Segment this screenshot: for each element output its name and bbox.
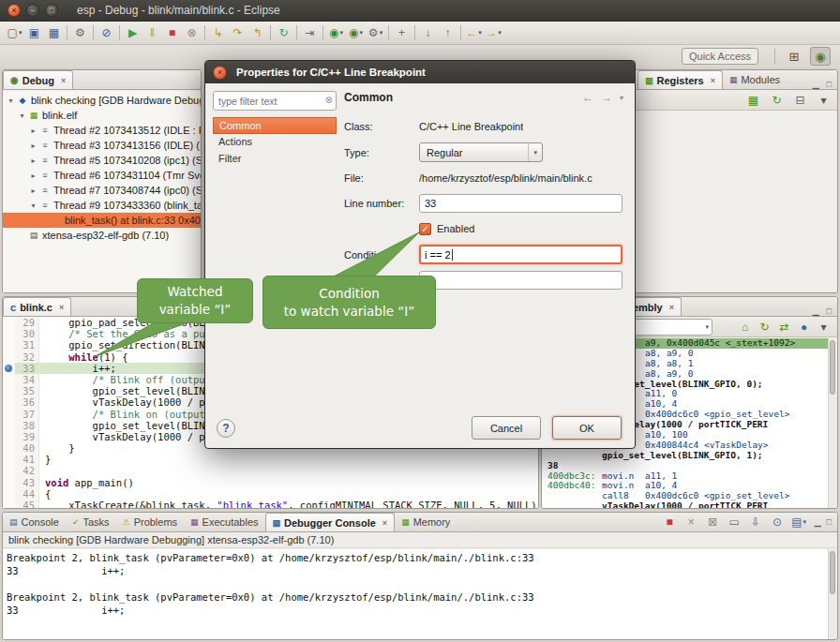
cancel-button[interactable]: Cancel [472, 416, 541, 440]
code-line[interactable]: 41} [3, 454, 538, 465]
view-menu-icon[interactable]: ▾ [814, 318, 833, 336]
back-icon[interactable]: ← [582, 91, 593, 104]
open-console-icon[interactable]: ▤▾ [789, 513, 809, 531]
code-line[interactable]: 42 [3, 465, 538, 476]
pin-console-icon[interactable]: ⊙ [768, 513, 788, 531]
view-menu-icon[interactable]: ▾ [814, 91, 833, 110]
code-line[interactable]: 44{ [3, 488, 538, 500]
remove-all-launches-icon[interactable]: ⊠ [703, 513, 723, 531]
close-icon[interactable]: × [711, 76, 715, 85]
tree-collapsed-icon[interactable]: ▸ [28, 187, 38, 195]
save-all-icon[interactable]: ▦ [44, 23, 64, 42]
tree-expanded-icon[interactable]: ▾ [17, 112, 27, 120]
line-number-input[interactable] [419, 194, 622, 213]
resume-icon[interactable]: ▶ [123, 23, 142, 42]
save-icon[interactable]: ▣ [24, 23, 44, 42]
condition-input[interactable]: i == 2 [419, 245, 622, 264]
run-icon[interactable]: ◉▾ [326, 23, 346, 42]
debug-tree-item[interactable]: ▾≡Thread #9 1073433360 (blink_task [3, 198, 201, 213]
close-icon[interactable]: × [669, 303, 674, 312]
scroll-lock-icon[interactable]: ⇩ [746, 513, 766, 531]
collapse-all-icon[interactable]: ⊟ [790, 91, 810, 110]
step-over-icon[interactable]: ↷ [228, 23, 248, 42]
window-maximize-button[interactable]: □ [45, 4, 58, 17]
home-icon[interactable]: ⌂ [735, 318, 755, 336]
close-icon[interactable]: × [61, 76, 66, 85]
maximize-icon[interactable] [827, 306, 832, 316]
breakpoint-icon[interactable] [3, 363, 15, 374]
tab-problems[interactable]: ⚠Problems [116, 513, 185, 531]
step-return-icon[interactable]: ↰ [248, 23, 267, 42]
tree-collapsed-icon[interactable]: ▸ [28, 157, 38, 165]
show-columns-icon[interactable]: ▦ [743, 91, 763, 110]
tab-registers[interactable]: ▥Registers× [638, 70, 723, 89]
dialog-close-button[interactable]: × [213, 66, 227, 80]
scrollbar-thumb[interactable] [830, 551, 835, 594]
new-wizard-icon[interactable]: ▢▾ [5, 23, 24, 42]
disconnect-icon[interactable]: ⊗ [182, 23, 202, 42]
nav-item-actions[interactable]: Actions [213, 134, 337, 151]
tab-memory[interactable]: ▦Memory [395, 513, 457, 531]
debug-tree-item[interactable]: ▾▦blink.elf [3, 108, 201, 123]
debug-tree-item[interactable]: ▸≡Thread #5 1073410208 (ipc1) (Susp [3, 153, 201, 168]
tab-console[interactable]: ▤Console [3, 513, 66, 531]
back-icon[interactable]: ←▾ [464, 23, 484, 42]
forward-icon[interactable]: → [601, 91, 612, 104]
clear-filter-icon[interactable]: ⊗ [325, 95, 333, 105]
next-annotation-icon[interactable]: ↓ [418, 23, 438, 42]
minimize-icon[interactable] [813, 80, 819, 89]
maximize-icon[interactable] [827, 517, 832, 527]
window-close-button[interactable]: × [8, 4, 21, 17]
enabled-checkbox[interactable] [419, 223, 431, 235]
clear-console-icon[interactable]: ▭ [725, 513, 744, 531]
chevron-down-icon[interactable]: ▾ [705, 323, 709, 331]
maximize-icon[interactable] [827, 80, 832, 89]
open-perspective-icon[interactable]: ⊞ [784, 47, 804, 66]
scrollbar[interactable] [828, 549, 836, 639]
debug-perspective-icon[interactable]: ◉ [810, 47, 831, 66]
debug-tree-item[interactable]: →blink_task() at blink.c:33 0x400db [3, 213, 201, 228]
debug-tree-item[interactable]: ▤xtensa-esp32-elf-gdb (7.10) [3, 228, 201, 243]
sync-selection-icon[interactable]: ⇄ [774, 318, 794, 336]
show-breakpoints-icon[interactable]: ● [794, 318, 814, 336]
minimize-icon[interactable] [813, 306, 819, 316]
terminate-icon[interactable]: ■ [660, 513, 680, 531]
debug-tree-item[interactable]: ▸≡Thread #3 1073413156 (IDLE) (Susp [3, 138, 201, 153]
close-icon[interactable]: × [382, 518, 387, 528]
build-icon[interactable]: ⚙ [70, 23, 90, 42]
step-into-icon[interactable]: ↳ [208, 23, 228, 42]
previous-annotation-icon[interactable]: ↑ [438, 23, 458, 42]
refresh-icon[interactable]: ↻ [755, 318, 774, 336]
remove-launch-icon[interactable]: × [682, 513, 701, 531]
debug-tree-item[interactable]: ▸≡Thread #6 1073431104 (Tmr Svc) (S [3, 168, 201, 183]
tab-modules[interactable]: ▦Modules [723, 70, 787, 89]
tree-expanded-icon[interactable]: ▾ [28, 202, 38, 210]
debug-tree-item[interactable]: ▾◆blink checking [GDB Hardware Debug [3, 93, 201, 108]
scrollbar-thumb[interactable] [830, 340, 835, 395]
terminate-icon[interactable]: ■ [162, 23, 182, 42]
type-select[interactable]: Regular ▾ [419, 142, 543, 162]
tab-debug[interactable]: Debug × [3, 70, 73, 89]
refresh-icon[interactable]: ↻ [767, 91, 787, 110]
instruction-stepping-icon[interactable]: ⇥ [300, 23, 320, 42]
debug-tree-item[interactable]: ▸≡Thread #7 1073408744 (ipc0) (Susp [3, 183, 201, 198]
code-line[interactable]: 43void app_main() [3, 477, 538, 488]
window-minimize-button[interactable]: − [26, 4, 39, 17]
tree-collapsed-icon[interactable]: ▸ [28, 127, 38, 135]
close-icon[interactable]: × [59, 303, 64, 312]
suspend-icon[interactable]: ‖ [142, 23, 162, 42]
tree-collapsed-icon[interactable]: ▸ [28, 172, 38, 180]
filter-input[interactable] [213, 91, 337, 111]
debug-tree-item[interactable]: ▸≡Thread #2 1073413512 (IDLE : Runn [3, 123, 201, 138]
code-line[interactable]: 45 xTaskCreate(&blink_task, "blink_task"… [3, 500, 538, 508]
tree-expanded-icon[interactable]: ▾ [6, 97, 16, 105]
debug-icon[interactable]: ◉▾ [346, 23, 366, 42]
external-tools-icon[interactable]: ⚙▾ [366, 23, 385, 42]
tab-blink-c[interactable]: blink.c × [3, 297, 71, 316]
restart-icon[interactable]: ↻ [274, 23, 293, 42]
nav-item-filter[interactable]: Filter [213, 151, 337, 168]
chevron-down-icon[interactable]: ▾ [620, 94, 623, 102]
new-class-icon[interactable]: + [392, 23, 412, 42]
quick-access-button[interactable]: Quick Access [682, 48, 758, 65]
forward-icon[interactable]: →▾ [484, 23, 503, 42]
